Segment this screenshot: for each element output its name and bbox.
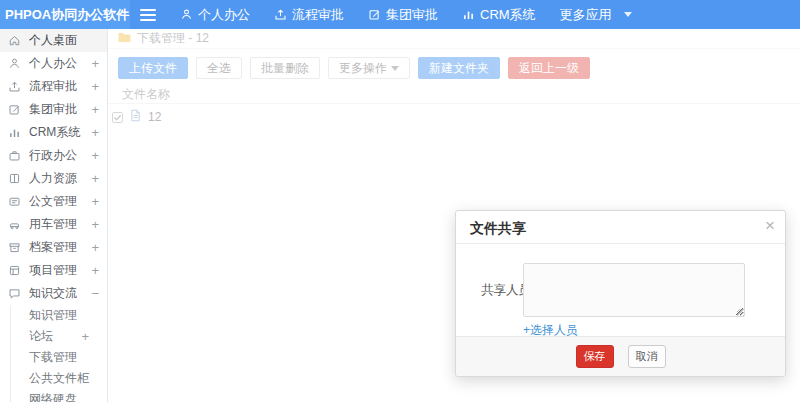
file-share-modal: 文件共享 × 共享人员 +选择人员 保存 取消 xyxy=(455,210,786,377)
sidebar-item-label: 项目管理 xyxy=(29,262,91,279)
nav-item-workflow-approval[interactable]: 流程审批 xyxy=(274,6,344,24)
expand-plus-icon[interactable]: + xyxy=(91,79,99,94)
sidebar-item-crm[interactable]: CRM系统 + xyxy=(0,121,107,144)
sidebar-item-project-mgmt[interactable]: 项目管理 + xyxy=(0,259,107,282)
document-icon xyxy=(8,195,22,209)
expand-plus-icon[interactable]: + xyxy=(91,194,99,209)
sidebar-item-label: 人力资源 xyxy=(29,170,91,187)
share-members-textarea[interactable] xyxy=(523,263,745,317)
expand-plus-icon[interactable]: + xyxy=(91,125,99,140)
archive-icon xyxy=(8,241,22,255)
modal-footer: 保存 取消 xyxy=(456,336,785,376)
expand-plus-icon[interactable]: + xyxy=(91,217,99,232)
nav-item-crm[interactable]: CRM系统 xyxy=(462,6,536,24)
collapse-minus-icon[interactable]: − xyxy=(91,286,99,301)
sidebar-item-document-mgmt[interactable]: 公文管理 + xyxy=(0,190,107,213)
sidebar-item-archive-mgmt[interactable]: 档案管理 + xyxy=(0,236,107,259)
person-icon xyxy=(8,57,22,71)
sidebar-subitem-download-mgmt[interactable]: 下载管理 xyxy=(11,347,107,368)
bar-chart-icon xyxy=(8,126,22,140)
app-window: PHPOA协同办公软件 个人办公 流程审批 集团审批 CRM系统 xyxy=(0,0,800,402)
bar-chart-icon xyxy=(462,8,475,21)
cancel-button[interactable]: 取消 xyxy=(628,345,666,368)
sidebar-submenu-knowledge: 知识管理 论坛 + 下载管理 公共文件柜 网络硬盘 xyxy=(10,305,107,402)
sidebar-item-label: CRM系统 xyxy=(29,124,91,141)
sidebar-subitem-public-file-cabinet[interactable]: 公共文件柜 xyxy=(11,368,107,389)
hamburger-menu-icon[interactable] xyxy=(140,9,156,21)
expand-plus-icon[interactable]: + xyxy=(91,56,99,71)
sidebar-subitem-forum[interactable]: 论坛 + xyxy=(11,326,107,347)
modal-header: 文件共享 × xyxy=(456,211,785,244)
sidebar-item-label: 个人办公 xyxy=(29,55,91,72)
sidebar-item-workflow-approval[interactable]: 流程审批 + xyxy=(0,75,107,98)
sidebar: 个人桌面 个人办公 + 流程审批 + 集团审批 + xyxy=(0,29,108,402)
sidebar-item-label: 用车管理 xyxy=(29,216,91,233)
sidebar-item-hr[interactable]: 人力资源 + xyxy=(0,167,107,190)
expand-plus-icon[interactable]: + xyxy=(91,240,99,255)
sidebar-subitem-network-disk[interactable]: 网络硬盘 xyxy=(11,389,107,402)
sidebar-item-personal-desktop[interactable]: 个人桌面 xyxy=(0,29,107,52)
app-logo: PHPOA协同办公软件 xyxy=(0,0,130,29)
edit-square-icon xyxy=(368,8,381,21)
save-button[interactable]: 保存 xyxy=(576,345,614,368)
nav-item-label: CRM系统 xyxy=(480,6,536,24)
expand-plus-icon[interactable]: + xyxy=(91,263,99,278)
person-icon xyxy=(180,8,193,21)
nav-item-label: 流程审批 xyxy=(292,6,344,24)
car-icon xyxy=(8,218,22,232)
book-icon xyxy=(8,172,22,186)
sidebar-item-label: 公文管理 xyxy=(29,193,91,210)
sidebar-item-group-approval[interactable]: 集团审批 + xyxy=(0,98,107,121)
sidebar-subitem-knowledge-mgmt[interactable]: 知识管理 xyxy=(11,305,107,326)
briefcase-icon xyxy=(8,149,22,163)
sidebar-item-label: 行政办公 xyxy=(29,147,91,164)
sidebar-item-personal-office[interactable]: 个人办公 + xyxy=(0,52,107,75)
expand-plus-icon[interactable]: + xyxy=(91,102,99,117)
project-icon xyxy=(8,264,22,278)
edit-square-icon xyxy=(8,103,22,117)
caret-down-icon[interactable] xyxy=(624,12,632,17)
nav-item-label: 集团审批 xyxy=(386,6,438,24)
nav-item-label: 更多应用 xyxy=(560,6,612,24)
sidebar-item-label: 个人桌面 xyxy=(29,32,99,49)
nav-item-personal-office[interactable]: 个人办公 xyxy=(180,6,250,24)
chat-icon xyxy=(8,287,22,301)
expand-plus-icon[interactable]: + xyxy=(81,329,89,344)
sidebar-item-label: 集团审批 xyxy=(29,101,91,118)
nav-item-group-approval[interactable]: 集团审批 xyxy=(368,6,438,24)
sidebar-item-label: 流程审批 xyxy=(29,78,91,95)
nav-item-more-apps[interactable]: 更多应用 xyxy=(560,6,612,24)
sidebar-item-knowledge-exchange[interactable]: 知识交流 − xyxy=(0,282,107,305)
sidebar-item-label: 知识交流 xyxy=(29,285,91,302)
top-navbar: PHPOA协同办公软件 个人办公 流程审批 集团审批 CRM系统 xyxy=(0,0,800,29)
process-upload-icon xyxy=(274,8,287,21)
modal-body: 共享人员 +选择人员 xyxy=(456,244,785,336)
sidebar-item-admin-office[interactable]: 行政办公 + xyxy=(0,144,107,167)
sidebar-item-vehicle-mgmt[interactable]: 用车管理 + xyxy=(0,213,107,236)
close-icon[interactable]: × xyxy=(765,211,775,241)
modal-title: 文件共享 xyxy=(470,220,526,236)
expand-plus-icon[interactable]: + xyxy=(91,171,99,186)
expand-plus-icon[interactable]: + xyxy=(91,148,99,163)
sidebar-item-label: 档案管理 xyxy=(29,239,91,256)
nav-item-label: 个人办公 xyxy=(198,6,250,24)
home-icon xyxy=(8,34,22,48)
process-upload-icon xyxy=(8,80,22,94)
